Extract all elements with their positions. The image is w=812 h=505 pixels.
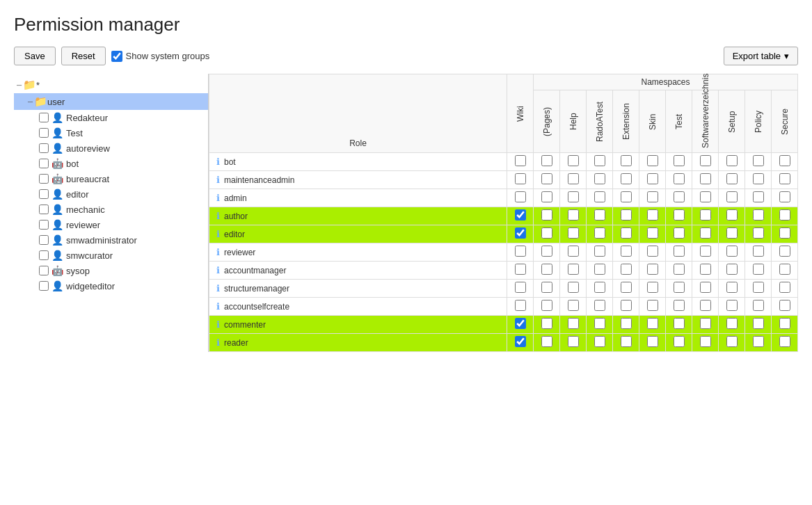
info-button-author[interactable]: ℹ xyxy=(215,211,221,221)
info-button-commenter[interactable]: ℹ xyxy=(215,319,221,330)
cb-admin-rado[interactable] xyxy=(594,191,605,202)
cb-editor-soft[interactable] xyxy=(700,227,711,239)
cb-accountmanager-policy[interactable] xyxy=(753,264,764,275)
cb-reader-skin[interactable] xyxy=(647,336,658,347)
cb-bot-ext[interactable] xyxy=(621,155,632,166)
cb-maintenanceadmin-help[interactable] xyxy=(568,173,579,184)
cb-accountmanager-wiki[interactable] xyxy=(515,264,526,275)
cb-author-soft[interactable] xyxy=(700,209,711,221)
cb-accountmanager-help[interactable] xyxy=(568,264,579,275)
cb-commenter-ext[interactable] xyxy=(621,318,632,329)
cb-reviewer-wiki[interactable] xyxy=(515,246,526,257)
cb-bot-setup[interactable] xyxy=(726,155,738,166)
info-button-editor[interactable]: ℹ xyxy=(215,229,221,239)
cb-accountmanager-secure[interactable] xyxy=(779,264,790,275)
cb-author-pages[interactable] xyxy=(541,209,552,221)
cb-reader-setup[interactable] xyxy=(726,336,738,347)
cb-author-skin[interactable] xyxy=(647,209,658,221)
cb-bot-soft[interactable] xyxy=(700,155,711,166)
cb-structuremanager-help[interactable] xyxy=(568,282,579,293)
cb-structuremanager-secure[interactable] xyxy=(779,282,790,293)
cb-structuremanager-rado[interactable] xyxy=(594,282,605,293)
tree-checkbox-redakteur[interactable] xyxy=(39,113,49,122)
cb-admin-skin[interactable] xyxy=(647,191,658,202)
cb-accountmanager-pages[interactable] xyxy=(541,264,552,275)
cb-reviewer-setup[interactable] xyxy=(726,246,738,257)
tree-item-bot[interactable]: 🤖 bot xyxy=(14,156,208,171)
cb-structuremanager-soft[interactable] xyxy=(700,282,711,293)
cb-reader-secure[interactable] xyxy=(779,336,790,347)
cb-bot-test[interactable] xyxy=(674,155,685,166)
info-button-accountmanager[interactable]: ℹ xyxy=(215,265,221,275)
cb-bot-rado[interactable] xyxy=(594,155,605,166)
tree-item-mechanic[interactable]: 👤 mechanic xyxy=(14,202,208,217)
cb-maintenanceadmin-test[interactable] xyxy=(674,173,685,184)
tree-checkbox-widgeteditor[interactable] xyxy=(39,281,49,291)
tree-item-bureaucrat[interactable]: 🤖 bureaucrat xyxy=(14,171,208,186)
tree-item-sysop[interactable]: 🤖 sysop xyxy=(14,263,208,278)
cb-reviewer-ext[interactable] xyxy=(621,246,632,257)
info-button-reader[interactable]: ℹ xyxy=(215,337,221,348)
tree-checkbox-test[interactable] xyxy=(39,128,49,138)
cb-commenter-setup[interactable] xyxy=(726,318,738,329)
cb-commenter-test[interactable] xyxy=(674,318,685,329)
info-button-maintenanceadmin[interactable]: ℹ xyxy=(215,175,221,185)
cb-accountmanager-skin[interactable] xyxy=(647,264,658,275)
cb-author-ext[interactable] xyxy=(621,209,632,221)
tree-item-redakteur[interactable]: 👤 Redakteur xyxy=(14,110,208,125)
cb-editor-secure[interactable] xyxy=(779,227,790,239)
cb-bot-help[interactable] xyxy=(568,155,579,166)
cb-editor-skin[interactable] xyxy=(647,227,658,239)
cb-accountmanager-test[interactable] xyxy=(674,264,685,275)
info-button-accountselfcreate[interactable]: ℹ xyxy=(215,301,221,312)
cb-author-setup[interactable] xyxy=(726,209,738,221)
tree-item-user[interactable]: ─ 📁 user xyxy=(14,93,208,110)
cb-admin-policy[interactable] xyxy=(753,191,764,202)
tree-checkbox-editor[interactable] xyxy=(39,189,49,199)
cb-commenter-pages[interactable] xyxy=(541,318,552,329)
cb-maintenanceadmin-pages[interactable] xyxy=(541,173,552,184)
cb-reader-rado[interactable] xyxy=(594,336,605,347)
cb-author-policy[interactable] xyxy=(753,209,764,221)
cb-reader-wiki[interactable] xyxy=(515,336,526,347)
cb-commenter-rado[interactable] xyxy=(594,318,605,329)
cb-reviewer-skin[interactable] xyxy=(647,246,658,257)
cb-admin-help[interactable] xyxy=(568,191,579,202)
tree-item-widgeteditor[interactable]: 👤 widgeteditor xyxy=(14,278,208,294)
cb-author-rado[interactable] xyxy=(594,209,605,221)
cb-structuremanager-ext[interactable] xyxy=(621,282,632,293)
cb-editor-test[interactable] xyxy=(674,227,685,239)
cb-accountselfcreate-help[interactable] xyxy=(568,300,579,311)
cb-author-wiki[interactable] xyxy=(515,209,526,221)
tree-checkbox-reviewer[interactable] xyxy=(39,220,49,230)
cb-maintenanceadmin-setup[interactable] xyxy=(726,173,738,184)
cb-accountmanager-setup[interactable] xyxy=(726,264,738,275)
info-button-admin[interactable]: ℹ xyxy=(215,193,221,203)
cb-accountselfcreate-rado[interactable] xyxy=(594,300,605,311)
cb-maintenanceadmin-policy[interactable] xyxy=(753,173,764,184)
cb-reader-soft[interactable] xyxy=(700,336,711,347)
info-button-reviewer[interactable]: ℹ xyxy=(215,247,221,257)
info-button-bot[interactable]: ℹ xyxy=(215,157,221,167)
cb-editor-ext[interactable] xyxy=(621,227,632,239)
cb-accountselfcreate-wiki[interactable] xyxy=(515,300,526,311)
cb-admin-setup[interactable] xyxy=(726,191,738,202)
tree-item-autoreview[interactable]: 👤 autoreview xyxy=(14,141,208,156)
cb-admin-pages[interactable] xyxy=(541,191,552,202)
cb-editor-help[interactable] xyxy=(568,227,579,239)
cb-accountselfcreate-setup[interactable] xyxy=(726,300,738,311)
cb-commenter-soft[interactable] xyxy=(700,318,711,329)
cb-maintenanceadmin-wiki[interactable] xyxy=(515,173,526,184)
info-button-structuremanager[interactable]: ℹ xyxy=(215,283,221,294)
cb-maintenanceadmin-secure[interactable] xyxy=(779,173,790,184)
tree-checkbox-smwcurator[interactable] xyxy=(39,250,49,260)
cb-bot-policy[interactable] xyxy=(753,155,764,166)
cb-structuremanager-setup[interactable] xyxy=(726,282,738,293)
tree-checkbox-smwadministrator[interactable] xyxy=(39,235,49,245)
export-button[interactable]: Export table ▾ xyxy=(724,47,798,65)
cb-reader-policy[interactable] xyxy=(753,336,764,347)
cb-commenter-policy[interactable] xyxy=(753,318,764,329)
tree-item-reviewer[interactable]: 👤 reviewer xyxy=(14,217,208,232)
cb-structuremanager-test[interactable] xyxy=(674,282,685,293)
cb-reader-pages[interactable] xyxy=(541,336,552,347)
